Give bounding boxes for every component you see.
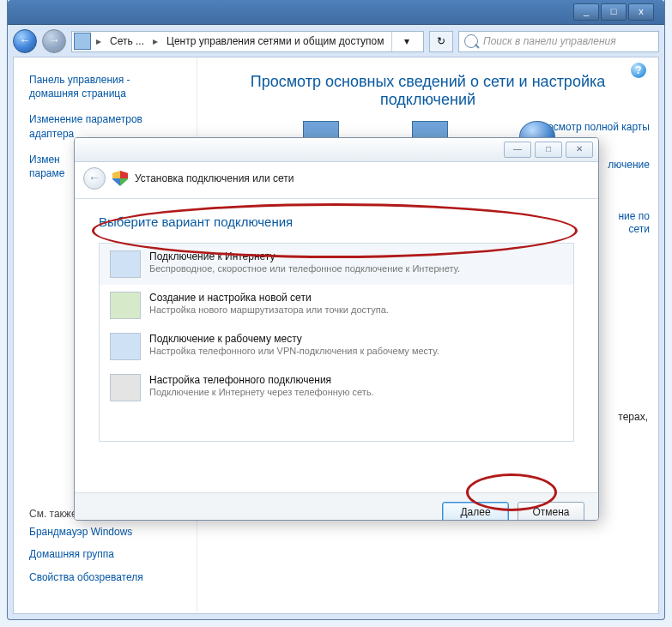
sidebar-link-internet-options[interactable]: Свойства обозревателя (29, 570, 171, 584)
cancel-button[interactable]: Отмена (518, 502, 584, 521)
wizard-minimize-button[interactable]: — (504, 142, 531, 158)
option-title: Настройка телефонного подключения (149, 374, 374, 386)
building-icon (110, 333, 141, 360)
option-title: Подключение к рабочему месту (149, 333, 439, 345)
refresh-icon: ↻ (437, 35, 445, 47)
search-input[interactable]: Поиск в панели управления (458, 31, 659, 52)
wizard-maximize-button[interactable]: □ (535, 142, 562, 158)
page-title: Просмотр основных сведений о сети и наст… (223, 73, 633, 109)
wizard-option-list: Подключение к Интернету Беспроводное, ск… (99, 243, 574, 442)
wizard-option-new-network[interactable]: Создание и настройка новой сети Настройк… (100, 285, 573, 326)
wizard-option-dialup[interactable]: Настройка телефонного подключения Подклю… (100, 367, 573, 408)
sidebar-link-adapter-settings[interactable]: Изменение параметров адаптера (29, 112, 171, 140)
window-titlebar: _ □ x (8, 0, 664, 25)
option-desc: Подключение к Интернету через телефонную… (149, 387, 374, 397)
wizard-body: Выберите вариант подключения Подключение… (75, 199, 598, 492)
wizard-subtitle: Выберите вариант подключения (99, 214, 574, 229)
window-close-button[interactable]: x (628, 3, 654, 21)
router-icon (110, 292, 141, 319)
sidebar-link-firewall[interactable]: Брандмауэр Windows (29, 525, 171, 539)
search-icon (464, 34, 478, 48)
option-desc: Беспроводное, скоростное или телефонное … (149, 263, 460, 274)
wizard-header: ← Установка подключения или сети (75, 162, 598, 199)
breadcrumb-arrow-icon: ▸ (93, 35, 105, 47)
phone-icon (110, 374, 141, 401)
next-button[interactable]: Далее (442, 502, 509, 521)
globe-arrow-icon (110, 250, 141, 278)
wizard-back-button[interactable]: ← (83, 167, 106, 190)
refresh-button[interactable]: ↻ (429, 31, 453, 52)
window-minimize-button[interactable]: _ (573, 3, 599, 21)
help-button[interactable]: ? (631, 63, 646, 78)
option-title: Подключение к Интернету (149, 250, 460, 262)
wizard-dialog: — □ ✕ ← Установка подключения или сети В… (74, 137, 599, 521)
wizard-option-internet[interactable]: Подключение к Интернету Беспроводное, ск… (100, 244, 573, 285)
wizard-option-workplace[interactable]: Подключение к рабочему месту Настройка т… (100, 326, 573, 367)
window-maximize-button[interactable]: □ (601, 3, 627, 21)
link-fragment-by[interactable]: ние по (618, 210, 650, 222)
option-desc: Настройка нового маршрутизатора или точк… (149, 304, 389, 315)
breadcrumb-arrow-icon: ▸ (149, 35, 161, 47)
nav-forward-button[interactable]: → (42, 29, 66, 53)
nav-back-button[interactable]: ← (13, 29, 37, 53)
wizard-close-button[interactable]: ✕ (566, 142, 593, 158)
breadcrumb-segment-netcenter[interactable]: Центр управления сетями и общим доступом (161, 35, 390, 47)
shield-icon (112, 171, 128, 186)
breadcrumb[interactable]: ▸ Сеть ... ▸ Центр управления сетями и о… (71, 31, 424, 52)
link-fragment-connection[interactable]: лючение (608, 159, 650, 171)
sidebar-link-homegroup[interactable]: Домашняя группа (29, 547, 171, 561)
option-desc: Настройка телефонного или VPN-подключени… (149, 346, 439, 356)
text-fragment-computers: терах, (618, 411, 648, 423)
wizard-footer: Далее Отмена (75, 492, 598, 521)
address-bar: ← → ▸ Сеть ... ▸ Центр управления сетями… (13, 28, 659, 54)
network-icon (74, 33, 91, 50)
wizard-header-title: Установка подключения или сети (135, 172, 294, 184)
breadcrumb-dropdown-button[interactable]: ▾ (391, 32, 421, 51)
option-title: Создание и настройка новой сети (149, 292, 389, 304)
link-fragment-net[interactable]: сети (629, 223, 650, 235)
search-placeholder: Поиск в панели управления (483, 35, 616, 47)
breadcrumb-segment-network[interactable]: Сеть ... (105, 35, 149, 47)
sidebar-link-home[interactable]: Панель управления - домашняя страница (29, 73, 171, 100)
wizard-titlebar: — □ ✕ (75, 138, 598, 162)
